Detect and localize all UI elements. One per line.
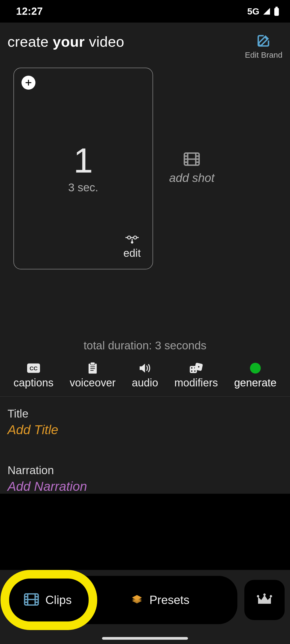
voiceover-button[interactable]: voiceover bbox=[70, 363, 116, 389]
bottom-nav: Clips Presets bbox=[5, 576, 285, 624]
modifiers-label: modifiers bbox=[174, 377, 218, 389]
status-right: 5G bbox=[247, 6, 279, 17]
nav-pill-group: Clips Presets bbox=[5, 576, 237, 624]
title-field-label: Title bbox=[8, 407, 282, 420]
svg-point-37 bbox=[257, 595, 259, 598]
crown-icon bbox=[256, 593, 273, 607]
tools-row: CC captions voiceover audio modifiers bbox=[0, 363, 290, 397]
svg-rect-18 bbox=[90, 362, 95, 365]
add-media-button[interactable] bbox=[21, 76, 35, 90]
home-indicator[interactable] bbox=[102, 637, 188, 640]
fields-area: Title Add Title Narration Add Narration bbox=[0, 397, 290, 494]
narration-placeholder: Add Narration bbox=[8, 479, 282, 494]
audio-label: audio bbox=[132, 377, 158, 389]
total-duration-label: total duration: 3 seconds bbox=[0, 269, 290, 363]
film-icon bbox=[24, 593, 39, 607]
narration-field-label: Narration bbox=[8, 464, 282, 477]
title-bold: your bbox=[53, 34, 85, 50]
nav-clips-label: Clips bbox=[45, 593, 72, 607]
shots-row: 1 3 sec. edit add shot bbox=[0, 68, 290, 269]
audio-button[interactable]: audio bbox=[132, 363, 158, 389]
svg-point-23 bbox=[191, 367, 193, 369]
page-title: create your video bbox=[8, 33, 124, 50]
generate-label: generate bbox=[234, 377, 277, 389]
captions-label: captions bbox=[13, 377, 53, 389]
title-placeholder: Add Title bbox=[8, 422, 282, 437]
status-bar: 12:27 5G bbox=[0, 0, 290, 23]
shot-edit-label: edit bbox=[124, 247, 141, 259]
svg-rect-1 bbox=[274, 8, 279, 16]
shot-number: 1 bbox=[74, 143, 93, 178]
generate-indicator-icon bbox=[250, 363, 261, 374]
speaker-icon bbox=[139, 363, 151, 374]
svg-point-25 bbox=[191, 370, 193, 372]
add-shot-label: add shot bbox=[169, 171, 215, 185]
title-post: video bbox=[85, 34, 124, 50]
sliders-icon bbox=[125, 235, 139, 245]
shot-card[interactable]: 1 3 sec. edit bbox=[13, 68, 153, 269]
shot-duration: 3 sec. bbox=[68, 181, 98, 194]
voiceover-label: voiceover bbox=[70, 377, 116, 389]
nav-presets-label: Presets bbox=[149, 593, 189, 607]
main-area: 1 3 sec. edit add shot total duration: 3… bbox=[0, 65, 290, 494]
nav-clips-button[interactable]: Clips bbox=[10, 580, 85, 620]
generate-button[interactable]: generate bbox=[234, 363, 277, 389]
network-label: 5G bbox=[247, 6, 259, 17]
svg-point-3 bbox=[128, 236, 130, 239]
layers-icon bbox=[131, 594, 143, 606]
nav-presets-button[interactable]: Presets bbox=[88, 580, 233, 620]
svg-rect-0 bbox=[276, 7, 278, 8]
plus-icon bbox=[25, 79, 32, 86]
signal-icon bbox=[262, 7, 271, 15]
shot-edit-button[interactable]: edit bbox=[124, 235, 141, 259]
svg-point-39 bbox=[270, 595, 272, 598]
cc-icon: CC bbox=[27, 363, 40, 374]
status-time: 12:27 bbox=[16, 6, 43, 17]
app-header: create your video Edit Brand bbox=[0, 23, 290, 65]
svg-point-26 bbox=[194, 370, 196, 372]
film-icon bbox=[184, 152, 200, 167]
premium-button[interactable] bbox=[244, 580, 285, 620]
battery-icon bbox=[274, 7, 279, 16]
narration-field[interactable]: Narration Add Narration bbox=[8, 464, 282, 494]
captions-button[interactable]: CC captions bbox=[13, 363, 53, 389]
clipboard-icon bbox=[88, 363, 98, 374]
edit-icon bbox=[256, 33, 271, 49]
title-pre: create bbox=[8, 34, 53, 50]
modifiers-button[interactable]: modifiers bbox=[174, 363, 218, 389]
edit-brand-label: Edit Brand bbox=[245, 50, 282, 60]
dice-icon bbox=[189, 363, 203, 374]
edit-brand-button[interactable]: Edit Brand bbox=[245, 33, 282, 60]
svg-text:CC: CC bbox=[30, 365, 38, 371]
add-shot-button[interactable]: add shot bbox=[169, 152, 215, 185]
svg-point-6 bbox=[131, 241, 133, 244]
svg-point-38 bbox=[263, 594, 266, 596]
title-field[interactable]: Title Add Title bbox=[8, 407, 282, 437]
svg-point-4 bbox=[133, 236, 136, 239]
bottom-nav-wrap: Clips Presets bbox=[0, 570, 290, 644]
